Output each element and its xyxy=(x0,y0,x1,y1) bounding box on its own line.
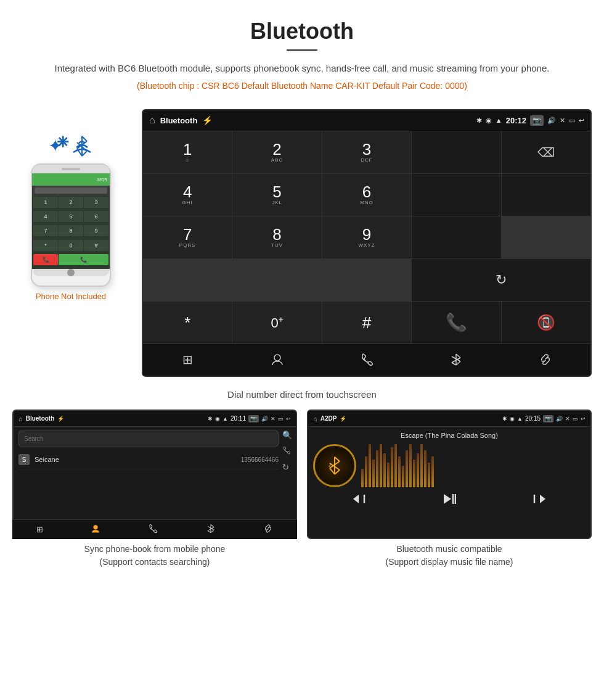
pb-camera-icon[interactable]: 📷 xyxy=(248,415,259,422)
nav-phone-icon[interactable] xyxy=(354,347,379,372)
m-loc-icon: ◉ xyxy=(510,416,515,422)
pb-nav-link[interactable] xyxy=(263,524,273,536)
phonebook-status-right: ✱ ◉ ▲ 20:11 📷 🔊 ✕ ▭ ↩ xyxy=(208,415,291,422)
pb-search-icon[interactable]: 🔍 xyxy=(282,430,292,440)
dial-key-8[interactable]: 8 TUV xyxy=(232,216,321,258)
svg-line-22 xyxy=(335,457,340,461)
m-signal-icon: ▲ xyxy=(517,416,523,422)
search-placeholder: Search xyxy=(24,435,273,442)
eq-bar xyxy=(372,459,375,487)
music-status-right: ✱ ◉ ▲ 20:15 📷 🔊 ✕ ▭ ↩ xyxy=(502,415,586,422)
m-back-icon[interactable]: ↩ xyxy=(581,416,586,422)
phone-top-bar xyxy=(32,165,110,173)
phonebook-status-left: ⌂ Bluetooth ⚡ xyxy=(18,415,64,422)
dial-key-2[interactable]: 2 ABC xyxy=(232,131,321,173)
page-title: Bluetooth xyxy=(37,19,567,44)
status-time: 20:12 xyxy=(506,116,526,125)
svg-text:⁕: ⁕ xyxy=(54,130,71,154)
music-caption: Bluetooth music compatible (Support disp… xyxy=(307,543,592,569)
svg-point-14 xyxy=(93,525,97,529)
dial-key-6[interactable]: 6 MNO xyxy=(322,174,411,216)
call-green-button[interactable]: 📞 xyxy=(412,302,500,344)
phonebook-caption: Sync phone-book from mobile phone (Suppo… xyxy=(12,543,297,569)
prev-button[interactable] xyxy=(352,493,365,508)
eq-bar xyxy=(424,450,426,487)
m-camera-icon[interactable]: 📷 xyxy=(543,415,553,422)
eq-bar xyxy=(383,453,386,487)
nav-grid-icon[interactable]: ⊞ xyxy=(176,347,200,372)
eq-bar xyxy=(398,456,401,487)
dial-key-star[interactable]: * xyxy=(143,302,232,344)
page-header: Bluetooth Integrated with BC6 Bluetooth … xyxy=(0,0,604,109)
dial-caption: Dial number direct from touchscreen xyxy=(0,389,604,400)
dialpad-main: 1 ⌂ 2 ABC 3 DEF ⌫ 4 GHI xyxy=(143,131,590,344)
phonebook-status-bar: ⌂ Bluetooth ⚡ ✱ ◉ ▲ 20:11 📷 🔊 ✕ ▭ ↩ xyxy=(14,411,296,427)
app-name-bluetooth: Bluetooth xyxy=(160,116,198,125)
phonebook-side-icons: 🔍 ↻ xyxy=(282,430,292,472)
home-icon[interactable]: ⌂ xyxy=(149,115,155,126)
close-icon[interactable]: ✕ xyxy=(560,117,565,125)
pb-call-icon[interactable] xyxy=(282,446,292,456)
small-android-wrap-music: ⌂ A2DP ⚡ ✱ ◉ ▲ 20:15 📷 🔊 ✕ ▭ ↩ xyxy=(307,410,592,539)
call-end-button[interactable]: 📵 xyxy=(502,302,590,344)
phonebook-home-icon[interactable]: ⌂ xyxy=(18,415,23,422)
pb-refresh-icon[interactable]: ↻ xyxy=(282,463,292,472)
play-pause-button[interactable] xyxy=(443,493,456,508)
music-status-bar: ⌂ A2DP ⚡ ✱ ◉ ▲ 20:15 📷 🔊 ✕ ▭ ↩ xyxy=(308,411,590,427)
music-eq-area xyxy=(361,444,586,487)
dial-key-4[interactable]: 4 GHI xyxy=(143,174,232,216)
pb-nav-grid[interactable]: ⊞ xyxy=(36,525,43,534)
next-button[interactable] xyxy=(533,493,547,508)
nav-bluetooth-icon[interactable] xyxy=(444,347,468,372)
phonebook-content: Search S Seicane 13566664466 🔍 xyxy=(14,427,296,473)
music-controls xyxy=(313,493,586,508)
bluetooth-status-icon: ✱ xyxy=(476,117,482,125)
phonebook-usb-icon: ⚡ xyxy=(57,416,64,422)
music-home-icon[interactable]: ⌂ xyxy=(313,415,317,422)
pb-nav-bt[interactable] xyxy=(206,524,216,536)
dial-key-7[interactable]: 7 PQRS xyxy=(143,216,232,258)
svg-line-9 xyxy=(456,354,460,358)
dial-key-3[interactable]: 3 DEF xyxy=(322,131,411,173)
eq-bar xyxy=(380,444,382,487)
pb-bt-icon: ✱ xyxy=(208,416,213,422)
dial-key-5[interactable]: 5 JKL xyxy=(232,174,321,216)
pb-vol-icon[interactable]: 🔊 xyxy=(261,416,268,422)
dial-key-0[interactable]: 0+ xyxy=(232,302,321,344)
pb-loc-icon: ◉ xyxy=(215,416,220,422)
android-status-bar: ⌂ Bluetooth ⚡ ✱ ◉ ▲ 20:12 📷 🔊 ✕ ▭ ↩ xyxy=(143,110,590,131)
window-icon[interactable]: ▭ xyxy=(569,117,575,125)
music-status-left: ⌂ A2DP ⚡ xyxy=(313,415,346,422)
m-close-icon[interactable]: ✕ xyxy=(565,416,570,422)
dial-key-9[interactable]: 9 WXYZ xyxy=(322,216,411,258)
phonebook-screen-wrap: ⌂ Bluetooth ⚡ ✱ ◉ ▲ 20:11 📷 🔊 ✕ ▭ ↩ xyxy=(12,410,297,569)
back-icon[interactable]: ↩ xyxy=(579,117,584,125)
nav-link-icon[interactable] xyxy=(533,347,558,372)
pb-nav-phone[interactable] xyxy=(148,524,158,535)
camera-icon[interactable]: 📷 xyxy=(530,115,544,126)
pb-close-icon[interactable]: ✕ xyxy=(271,416,275,422)
m-win-icon[interactable]: ▭ xyxy=(573,416,578,422)
dial-key-1[interactable]: 1 ⌂ xyxy=(143,131,232,173)
m-bt-icon: ✱ xyxy=(502,416,507,422)
dial-key-hash[interactable]: # xyxy=(322,302,411,344)
dialpad-wrapper: ⌂ Bluetooth ⚡ ✱ ◉ ▲ 20:12 📷 🔊 ✕ ▭ ↩ xyxy=(143,110,590,376)
nav-contacts-icon[interactable] xyxy=(265,347,290,372)
search-bar[interactable]: Search xyxy=(18,430,279,447)
pb-nav-contact[interactable] xyxy=(91,524,100,535)
dial-display xyxy=(412,131,500,173)
volume-icon[interactable]: 🔊 xyxy=(547,117,556,125)
phone-bottom xyxy=(32,269,110,276)
phone-screen-content: 123 456 789 *0# 📞 📞 xyxy=(32,196,110,269)
backspace-button[interactable]: ⌫ xyxy=(502,131,590,173)
android-dialpad-screen: ⌂ Bluetooth ⚡ ✱ ◉ ▲ 20:12 📷 🔊 ✕ ▭ ↩ xyxy=(142,109,592,377)
contact-row: S Seicane 13566664466 xyxy=(18,450,279,469)
bluetooth-icon: ✦ ⁕ xyxy=(48,136,62,156)
m-vol-icon[interactable]: 🔊 xyxy=(556,416,563,422)
pb-back-icon[interactable]: ↩ xyxy=(286,416,291,422)
phone-screen: Add to Contacts MOB 123 456 789 *0# 📞 📞 xyxy=(32,173,110,269)
refresh-button[interactable]: ↻ xyxy=(412,259,590,301)
pb-win-icon[interactable]: ▭ xyxy=(278,416,284,422)
pb-time: 20:11 xyxy=(231,415,246,422)
bluetooth-icon-area: ✦ ⁕ xyxy=(48,134,94,157)
